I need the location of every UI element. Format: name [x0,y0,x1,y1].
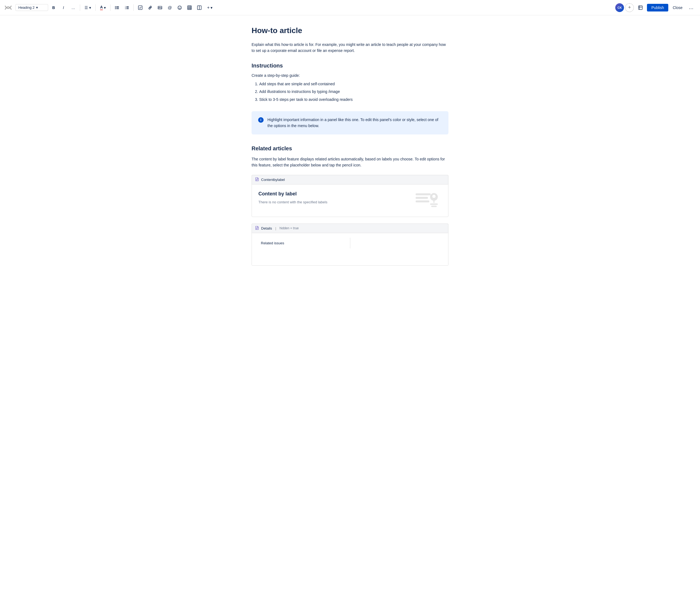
article-title[interactable]: How-to article [252,26,448,35]
instructions-heading[interactable]: Instructions [252,63,448,69]
bold-button[interactable]: B [49,3,58,12]
svg-point-4 [115,8,116,9]
toolbar-divider-3 [110,4,111,11]
contentbylabel-macro-name: Contentbylabel [261,178,285,182]
svg-rect-18 [188,6,191,10]
details-document-icon [255,226,259,231]
more-options-button[interactable]: … [687,3,696,12]
macro-document-icon [255,177,259,182]
related-articles-intro[interactable]: The content by label feature displays re… [252,156,448,168]
align-chevron-icon: ▾ [89,5,91,10]
svg-rect-12 [138,6,142,10]
insert-chevron-icon: ▾ [211,5,212,10]
italic-button[interactable]: I [59,3,68,12]
publish-button[interactable]: Publish [647,4,668,12]
article-intro[interactable]: Explain what this how-to article is for.… [252,41,448,54]
more-options-icon: … [689,5,694,10]
related-articles-heading[interactable]: Related articles [252,145,448,152]
bullet-list-button[interactable] [113,3,122,12]
layout-button[interactable] [195,3,204,12]
heading-style-label: Heading 2 [18,5,35,10]
version-history-button[interactable] [636,3,645,12]
svg-rect-25 [638,6,642,10]
image-button[interactable] [155,3,164,12]
svg-text:3.: 3. [125,8,126,10]
table-button[interactable] [185,3,194,12]
steps-list: Add steps that are simple and self-conta… [252,81,448,102]
heading-style-dropdown[interactable]: Heading 2 ▾ [15,4,48,11]
toolbar: Heading 2 ▾ B I … ☰ ▾ A ▾ 1. 2. [0,0,700,15]
svg-rect-11 [126,9,129,9]
close-button[interactable]: Close [671,4,685,12]
avatar: CK [615,3,624,12]
svg-rect-32 [416,197,428,199]
text-align-dropdown[interactable]: ☰ ▾ [82,4,93,11]
insert-dropdown[interactable]: + ▾ [205,4,215,11]
details-table: Related issues [256,238,444,249]
toolbar-divider-1 [80,4,80,11]
svg-rect-37 [431,206,437,207]
no-content-illustration [414,189,441,212]
font-color-dropdown[interactable]: A ▾ [98,4,108,11]
details-macro-meta: hidden = true [279,226,299,230]
details-macro-wrapper: Details | hidden = true Related issues [252,223,448,266]
svg-point-16 [179,7,179,8]
heading-chevron-icon: ▾ [36,5,38,10]
info-panel[interactable]: i Highlight important information in a p… [252,111,448,134]
more-formatting-button[interactable]: … [69,3,78,12]
task-button[interactable] [136,3,145,12]
details-macro-name: Details [261,226,272,230]
collaborators-group: CK + [615,3,634,12]
align-icon: ☰ [85,5,88,10]
emoji-button[interactable] [175,3,184,12]
step-intro[interactable]: Create a step-by-step guide: [252,73,448,78]
svg-rect-33 [416,200,429,202]
mention-button[interactable]: @ [165,3,174,12]
list-item[interactable]: Add steps that are simple and self-conta… [259,81,448,87]
list-item[interactable]: Add illustrations to instructions by typ… [259,89,448,94]
content-area: How-to article Explain what this how-to … [246,15,454,294]
svg-rect-3 [116,8,119,8]
toolbar-right: CK + Publish Close … [615,3,696,12]
link-button[interactable] [146,3,154,12]
contentbylabel-macro-body[interactable]: Content by label There is no content wit… [252,184,448,217]
font-color-chevron-icon: ▾ [104,5,106,10]
svg-point-2 [115,7,116,8]
table-cell-value[interactable] [350,238,444,248]
numbered-list-button[interactable]: 1. 2. 3. [123,3,131,12]
insert-plus-icon: + [207,5,210,10]
svg-point-17 [180,7,181,8]
svg-rect-9 [126,8,129,8]
contentbylabel-macro-header[interactable]: Contentbylabel [252,175,448,184]
details-macro-header[interactable]: Details | hidden = true [252,223,448,233]
table-cell-label: Related issues [257,238,350,248]
contentbylabel-macro-wrapper: Contentbylabel Content by label There is… [252,175,448,217]
font-color-a-label: A [100,5,103,10]
details-macro-body[interactable]: Related issues [252,233,448,266]
svg-rect-31 [416,193,431,195]
info-panel-text: Highlight important information in a pan… [267,117,442,129]
svg-rect-36 [430,203,438,205]
svg-rect-5 [116,9,119,9]
info-icon: i [258,117,264,123]
add-collaborator-icon: + [628,5,631,10]
svg-rect-7 [126,6,129,7]
avatar-initials: CK [617,6,622,9]
svg-rect-1 [116,6,119,7]
add-collaborator-button[interactable]: + [625,3,634,12]
svg-point-35 [432,195,436,198]
svg-point-0 [115,6,116,7]
table-row[interactable]: Related issues [257,238,444,248]
list-item[interactable]: Stick to 3-5 steps per task to avoid ove… [259,97,448,102]
confluence-logo [4,4,12,12]
